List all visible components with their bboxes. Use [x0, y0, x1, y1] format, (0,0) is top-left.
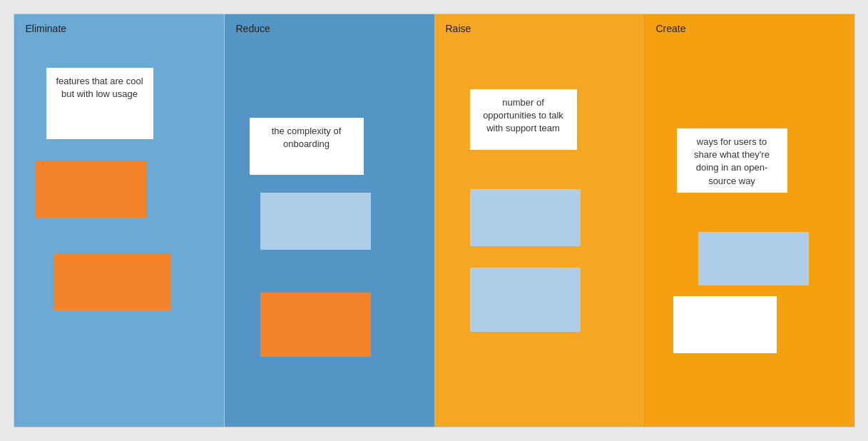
card-r2[interactable]	[260, 193, 371, 250]
column-raise: Raisenumber of opportunities to talk wit…	[434, 14, 644, 427]
card-c2[interactable]	[698, 232, 809, 285]
card-e3[interactable]	[53, 253, 171, 310]
card-e1[interactable]: features that are cool but with low usag…	[46, 68, 153, 139]
card-c3[interactable]	[673, 296, 777, 353]
column-create-header: Create	[656, 23, 843, 34]
card-r1[interactable]: the complexity of onboarding	[250, 118, 364, 175]
card-ra3[interactable]	[470, 268, 581, 332]
card-r3[interactable]	[260, 293, 371, 357]
column-reduce-header: Reduce	[236, 23, 423, 34]
column-reduce: Reducethe complexity of onboarding	[224, 14, 434, 427]
card-e2[interactable]	[36, 161, 146, 218]
card-c1[interactable]: ways for users to share what they're doi…	[677, 128, 787, 193]
card-ra2[interactable]	[470, 189, 581, 246]
column-raise-header: Raise	[446, 23, 633, 34]
column-create: Createways for users to share what they'…	[644, 14, 854, 427]
card-ra1[interactable]: number of opportunities to talk with sup…	[470, 89, 577, 150]
column-eliminate-header: Eliminate	[26, 23, 213, 34]
errc-board: Eliminatefeatures that are cool but with…	[14, 14, 855, 427]
column-eliminate: Eliminatefeatures that are cool but with…	[14, 14, 224, 427]
